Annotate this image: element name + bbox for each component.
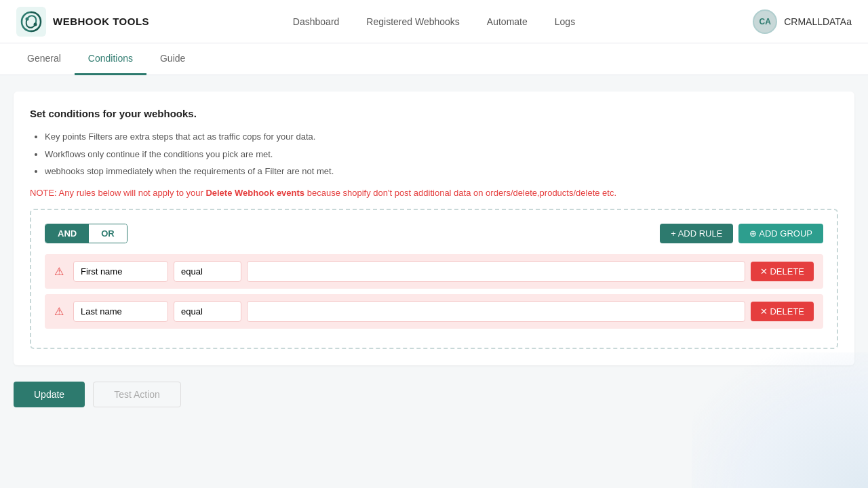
toggle-and-button[interactable]: AND <box>45 224 89 243</box>
toggle-or-button[interactable]: OR <box>89 224 127 243</box>
note-prefix: NOTE: Any rules below will not apply to … <box>30 188 205 198</box>
rule-row-2: ⚠ ✕ DELETE <box>45 294 823 329</box>
tabs-bar: General Conditions Guide <box>0 43 868 75</box>
main-content: Set conditions for your webhooks. Key po… <box>0 75 868 424</box>
nav-dashboard[interactable]: Dashboard <box>293 16 340 27</box>
rule-2-value-input[interactable] <box>247 301 745 322</box>
username: CRMALLDATAa <box>784 16 852 27</box>
tab-conditions[interactable]: Conditions <box>75 43 146 75</box>
nav-logs[interactable]: Logs <box>555 16 575 27</box>
bullet-1: Key points Filters are extra steps that … <box>45 130 838 144</box>
add-buttons: + ADD RULE ⊕ ADD GROUP <box>660 224 823 243</box>
add-rule-button[interactable]: + ADD RULE <box>660 224 733 243</box>
rule-1-value-input[interactable] <box>247 261 745 282</box>
rule-1-field-input[interactable] <box>73 261 168 282</box>
add-group-button[interactable]: ⊕ ADD GROUP <box>738 224 823 243</box>
nav-registered-webhooks[interactable]: Registered Webhooks <box>366 16 459 27</box>
rule-row-1: ⚠ ✕ DELETE <box>45 254 823 289</box>
svg-point-1 <box>26 17 29 20</box>
header: WEBHOOK TOOLS Dashboard Registered Webho… <box>0 0 868 43</box>
and-or-toggle: AND OR <box>45 224 127 243</box>
rule-1-operator-input[interactable] <box>174 261 241 282</box>
test-action-button[interactable]: Test Action <box>93 382 181 407</box>
rule-2-operator-input[interactable] <box>174 301 241 322</box>
bullet-3: webhooks stop immediately when the requi… <box>45 165 838 178</box>
note-highlight: Delete Webhook events <box>205 188 304 198</box>
conditions-box: AND OR + ADD RULE ⊕ ADD GROUP ⚠ ✕ DELETE… <box>30 209 838 349</box>
warning-icon-2: ⚠ <box>54 305 68 318</box>
delete-rule-1-button[interactable]: ✕ DELETE <box>751 262 814 281</box>
app-title: WEBHOOK TOOLS <box>53 16 149 27</box>
key-points-list: Key points Filters are extra steps that … <box>30 130 838 178</box>
bottom-actions: Update Test Action <box>14 382 854 407</box>
warning-icon-1: ⚠ <box>54 265 68 278</box>
app-logo: WEBHOOK TOOLS <box>16 7 152 37</box>
main-nav: Dashboard Registered Webhooks Automate L… <box>293 16 575 27</box>
delete-rule-2-button[interactable]: ✕ DELETE <box>751 302 814 321</box>
avatar-initials: CA <box>759 17 770 26</box>
section-title: Set conditions for your webhooks. <box>30 108 838 119</box>
avatar: CA <box>753 9 777 34</box>
nav-automate[interactable]: Automate <box>487 16 528 27</box>
tab-guide[interactable]: Guide <box>146 43 199 75</box>
svg-point-2 <box>34 22 37 26</box>
note-suffix: because shopify don't post additional da… <box>304 188 616 198</box>
tab-general[interactable]: General <box>14 43 75 75</box>
conditions-toolbar: AND OR + ADD RULE ⊕ ADD GROUP <box>45 224 823 243</box>
logo-icon <box>16 7 46 37</box>
conditions-card: Set conditions for your webhooks. Key po… <box>14 92 854 365</box>
user-area: CA CRMALLDATAa <box>753 9 852 34</box>
svg-rect-0 <box>16 7 46 37</box>
note-text: NOTE: Any rules below will not apply to … <box>30 188 838 198</box>
update-button[interactable]: Update <box>14 382 85 407</box>
rule-2-field-input[interactable] <box>73 301 168 322</box>
bullet-2: Workflows only continue if the condition… <box>45 148 838 161</box>
